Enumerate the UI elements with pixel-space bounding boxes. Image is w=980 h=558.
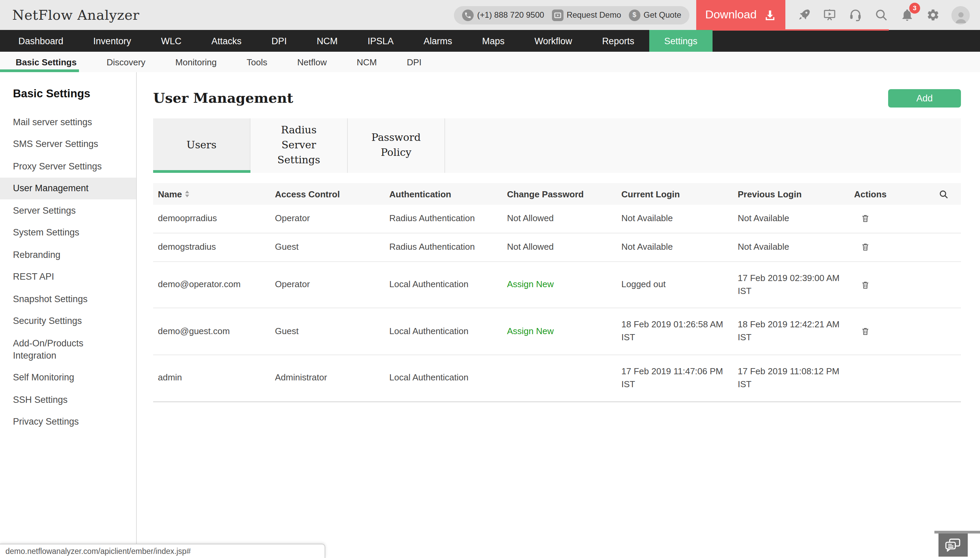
- active-subnav-underline: [0, 69, 79, 72]
- subnav-item-tools[interactable]: Tools: [232, 57, 282, 67]
- column-header-current-login: Current Login: [617, 189, 733, 199]
- settings-gear-icon[interactable]: [926, 8, 940, 22]
- sidebar-item-addon-products-integration[interactable]: Add-On/Products Integration: [0, 332, 136, 366]
- column-header-authentication: Authentication: [384, 189, 502, 199]
- user-management-panel: User Management Add Users Radius Server …: [137, 72, 980, 558]
- delete-user-button[interactable]: [854, 280, 870, 290]
- cell-authentication: Local Authentication: [384, 268, 502, 302]
- sidebar-item-rest-api[interactable]: REST API: [0, 266, 136, 288]
- cell-previous-login: 18 Feb 2019 12:42:21 AM IST: [733, 309, 849, 354]
- cell-change-password: [502, 368, 617, 389]
- phone-icon: [462, 9, 474, 21]
- cell-authentication: Radius Authentication: [384, 205, 502, 233]
- request-demo-button[interactable]: Request Demo: [552, 9, 621, 21]
- nav-item-dashboard[interactable]: Dashboard: [3, 30, 78, 52]
- delete-user-button[interactable]: [854, 243, 870, 252]
- sidebar-item-rebranding[interactable]: Rebranding: [0, 244, 136, 266]
- notifications-bell-icon[interactable]: 3: [900, 8, 914, 22]
- table-row: demo@operator.com Operator Local Authent…: [153, 262, 961, 308]
- subnav-item-netflow[interactable]: Netflow: [282, 57, 341, 67]
- settings-sidebar: Basic Settings Mail server settings SMS …: [0, 72, 137, 558]
- table-row: demooprradius Operator Radius Authentica…: [153, 205, 961, 233]
- support-headset-icon[interactable]: [848, 8, 862, 22]
- cell-current-login: Logged out: [617, 268, 733, 302]
- cell-previous-login: Not Available: [733, 233, 849, 261]
- request-demo-label: Request Demo: [566, 10, 621, 20]
- getting-started-rocket-icon[interactable]: [796, 8, 811, 22]
- search-icon[interactable]: [874, 8, 888, 22]
- nav-item-ncm[interactable]: NCM: [302, 30, 353, 52]
- cell-change-password: Not Allowed: [502, 205, 617, 233]
- delete-user-button[interactable]: [854, 327, 870, 336]
- sidebar-item-ssh-settings[interactable]: SSH Settings: [0, 389, 136, 411]
- assign-new-password-link[interactable]: Assign New: [507, 326, 554, 336]
- sidebar-item-privacy-settings[interactable]: Privacy Settings: [0, 411, 136, 433]
- get-quote-label: Get Quote: [643, 10, 681, 20]
- top-header: NetFlow Analyzer (+1) 888 720 9500 Reque…: [0, 0, 980, 30]
- sidebar-item-mail-server-settings[interactable]: Mail server settings: [0, 111, 136, 133]
- nav-item-reports[interactable]: Reports: [587, 30, 649, 52]
- phone-contact[interactable]: (+1) 888 720 9500: [462, 9, 544, 21]
- tab-users[interactable]: Users: [153, 118, 250, 173]
- dollar-icon: $: [629, 9, 640, 21]
- sort-desc-icon: [185, 195, 190, 197]
- cell-name: demo@guest.com: [153, 315, 270, 348]
- browser-status-bar: demo.netflowanalyzer.com/apiclient/ember…: [0, 544, 325, 558]
- sidebar-item-self-monitoring[interactable]: Self Monitoring: [0, 366, 136, 389]
- get-quote-button[interactable]: $ Get Quote: [629, 9, 681, 21]
- nav-item-workflow[interactable]: Workflow: [520, 30, 587, 52]
- table-search-icon[interactable]: [939, 189, 949, 199]
- sidebar-item-snapshot-settings[interactable]: Snapshot Settings: [0, 288, 136, 310]
- user-avatar[interactable]: [951, 6, 970, 24]
- nav-item-dpi[interactable]: DPI: [256, 30, 302, 52]
- panel-header: User Management Add: [153, 89, 961, 108]
- sidebar-item-proxy-server-settings[interactable]: Proxy Server Settings: [0, 155, 136, 177]
- training-presentation-icon[interactable]: [822, 8, 836, 22]
- nav-item-settings[interactable]: Settings: [649, 30, 712, 52]
- nav-item-inventory[interactable]: Inventory: [78, 30, 146, 52]
- subnav-item-dpi[interactable]: DPI: [392, 57, 436, 67]
- subnav-item-ncm[interactable]: NCM: [341, 57, 392, 67]
- cell-access-control: Guest: [270, 233, 384, 261]
- nav-item-alarms[interactable]: Alarms: [409, 30, 467, 52]
- header-right-section: (+1) 888 720 9500 Request Demo $ Get Quo…: [454, 0, 980, 30]
- column-header-name[interactable]: Name: [153, 189, 270, 199]
- trash-icon: [861, 214, 870, 223]
- sidebar-title: Basic Settings: [0, 83, 136, 111]
- download-red-strip: [712, 29, 889, 30]
- download-button[interactable]: Download: [696, 0, 785, 30]
- assign-new-password-link[interactable]: Assign New: [507, 279, 554, 289]
- add-user-button[interactable]: Add: [888, 89, 961, 107]
- active-tab-underline: [153, 170, 250, 173]
- tab-password-policy[interactable]: Password Policy: [348, 118, 445, 173]
- sort-control[interactable]: [185, 190, 190, 197]
- live-chat-button[interactable]: [938, 533, 967, 556]
- nav-item-ipsla[interactable]: IPSLA: [353, 30, 409, 52]
- subnav-item-discovery[interactable]: Discovery: [92, 57, 160, 67]
- tab-radius-server-settings[interactable]: Radius Server Settings: [250, 118, 348, 173]
- sidebar-item-server-settings[interactable]: Server Settings: [0, 199, 136, 222]
- page-title: User Management: [153, 90, 293, 106]
- sidebar-item-security-settings[interactable]: Security Settings: [0, 310, 136, 332]
- delete-user-button[interactable]: [854, 214, 870, 223]
- person-icon: [953, 9, 968, 24]
- sidebar-item-sms-server-settings[interactable]: SMS Server Settings: [0, 133, 136, 155]
- sidebar-item-system-settings[interactable]: System Settings: [0, 222, 136, 244]
- nav-item-maps[interactable]: Maps: [467, 30, 520, 52]
- cell-change-password: Not Allowed: [502, 233, 617, 261]
- trash-icon: [861, 280, 870, 290]
- cell-previous-login: Not Available: [733, 205, 849, 233]
- status-url: demo.netflowanalyzer.com/apiclient/ember…: [5, 547, 191, 555]
- cell-authentication: Local Authentication: [384, 362, 502, 395]
- cell-name: demo@operator.com: [153, 268, 270, 302]
- column-header-access-control: Access Control: [270, 189, 384, 199]
- nav-item-wlc[interactable]: WLC: [146, 30, 196, 52]
- cell-current-login: Not Available: [617, 205, 733, 233]
- nav-item-attacks[interactable]: Attacks: [196, 30, 256, 52]
- table-row: demogstradius Guest Radius Authenticatio…: [153, 233, 961, 262]
- cell-actions-empty: [849, 368, 961, 389]
- table-header-row: Name Access Control Authentication Chang…: [153, 183, 961, 205]
- subnav-item-basic-settings[interactable]: Basic Settings: [0, 57, 92, 67]
- sidebar-item-user-management[interactable]: User Management: [0, 177, 136, 199]
- subnav-item-monitoring[interactable]: Monitoring: [160, 57, 231, 67]
